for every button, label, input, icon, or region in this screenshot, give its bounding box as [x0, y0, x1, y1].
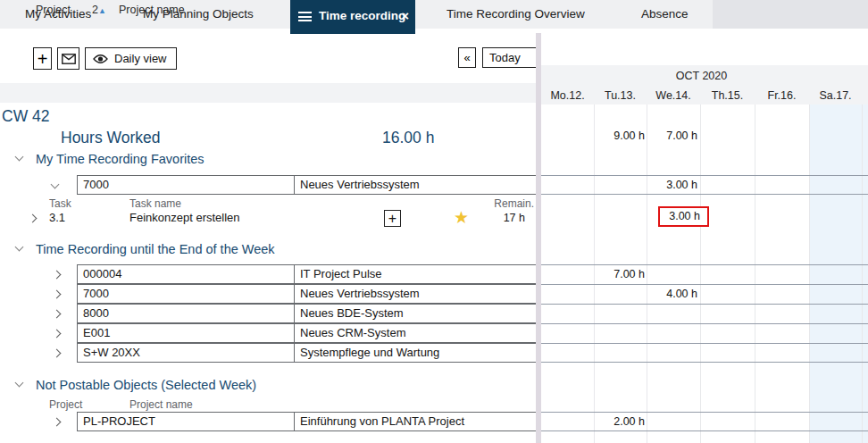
hamburger-menu-icon[interactable]	[298, 12, 312, 24]
day-header-we: We.14.	[647, 85, 700, 104]
row-line	[541, 323, 868, 324]
sort-order-number: 2	[92, 4, 98, 16]
task-name: Feinkonzept erstellen	[129, 208, 240, 228]
selected-time-cell[interactable]: 3.00 h	[658, 206, 709, 227]
project-id-cell[interactable]: PL-PROJECT	[77, 412, 295, 431]
project-name-cell[interactable]: Neues Vertriebssystem	[294, 284, 538, 304]
project-we-hours[interactable]: 4.00 h	[647, 284, 697, 304]
hours-worked-total: 16.00 h	[382, 129, 434, 147]
task-expand-icon[interactable]	[29, 215, 36, 222]
favorites-project-name-cell[interactable]: Neues Vertriebssystem	[294, 175, 538, 195]
project-name-cell[interactable]: Systempflege und Wartung	[294, 343, 538, 363]
project-tu-hours[interactable]: 2.00 h	[595, 412, 645, 431]
mail-icon	[62, 54, 76, 64]
grid-line	[700, 104, 701, 443]
project-column-label: Project	[49, 398, 82, 411]
row-line	[541, 430, 868, 431]
section-favorites-collapse-icon[interactable]	[16, 154, 22, 160]
project-id-cell[interactable]: S+W 20XX	[77, 343, 295, 363]
day-header-mo: Mo.12.	[541, 85, 594, 104]
tab-time-recording-active[interactable]: Time recording ×	[290, 0, 415, 34]
grid-line	[647, 104, 647, 443]
column-project-label: Project	[36, 0, 71, 20]
project-name-column-label: Project name	[129, 398, 193, 411]
weekend-column-saturday	[809, 104, 862, 443]
previous-period-button[interactable]: «	[458, 47, 476, 68]
project-name-cell[interactable]: Neues CRM-System	[294, 323, 538, 343]
row-line	[541, 362, 868, 363]
project-expand-icon[interactable]	[54, 311, 60, 317]
project-id-cell[interactable]: 000004	[77, 264, 295, 284]
project-tu-hours[interactable]: 7.00 h	[595, 264, 645, 284]
daily-view-button[interactable]: Daily view	[85, 47, 177, 70]
row-line	[541, 175, 868, 176]
row-line	[541, 264, 868, 265]
eye-icon	[93, 54, 108, 64]
day-header-sa: Sa.17.	[809, 85, 862, 104]
add-icon: +	[38, 51, 48, 67]
grid-line	[862, 104, 863, 443]
weekend-column-sunday-sliver	[863, 104, 868, 443]
task-remaining-hours: 17 h	[482, 208, 525, 228]
favorites-project-we-hours[interactable]: 3.00 h	[647, 175, 697, 195]
row-line	[541, 304, 868, 305]
project-name-cell[interactable]: Einführung von PLANTA Project	[294, 412, 538, 431]
section-not-postable-title: Not Postable Objects (Selected Week)	[36, 375, 256, 395]
project-id-cell[interactable]: 8000	[77, 304, 295, 323]
today-label: Today	[489, 51, 521, 64]
hours-worked-we: 7.00 h	[647, 126, 697, 146]
favorites-project-collapse-icon[interactable]	[52, 181, 58, 188]
grid-line	[809, 104, 810, 443]
project-expand-icon[interactable]	[54, 272, 60, 278]
favorite-star-icon[interactable]: ★	[454, 208, 473, 228]
project-expand-icon[interactable]	[54, 330, 60, 337]
hours-worked-label: Hours Worked	[61, 129, 161, 147]
add-icon: +	[388, 211, 396, 227]
tab-absence[interactable]: Absence	[641, 0, 689, 29]
sort-ascending-icon: ▲	[98, 6, 106, 15]
add-button[interactable]: +	[33, 47, 52, 70]
section-favorites-title: My Time Recording Favorites	[36, 149, 204, 169]
row-line	[541, 343, 868, 344]
row-line	[541, 194, 868, 195]
section-week-collapse-icon[interactable]	[16, 244, 22, 250]
project-expand-icon[interactable]	[54, 419, 60, 425]
hours-worked-tu: 9.00 h	[595, 126, 645, 146]
add-booking-button[interactable]: +	[384, 210, 401, 227]
task-id: 3.1	[49, 208, 65, 228]
row-line	[541, 412, 868, 413]
day-header-th: Th.15.	[700, 85, 755, 104]
day-header-fr: Fr.16.	[755, 85, 809, 104]
project-expand-icon[interactable]	[54, 350, 60, 356]
project-id-cell[interactable]: E001	[77, 323, 295, 343]
sort-indicator[interactable]: 2▲	[92, 0, 106, 20]
mail-button[interactable]	[57, 47, 79, 70]
pane-divider[interactable]	[536, 33, 541, 443]
day-header-tu: Tu.13.	[594, 85, 647, 104]
section-not-postable-collapse-icon[interactable]	[16, 380, 22, 386]
task-we-hours: 3.00 h	[660, 208, 707, 224]
calendar-month-label: OCT 2020	[541, 65, 862, 85]
project-id-cell[interactable]: 7000	[77, 284, 295, 304]
table-column-header	[0, 83, 537, 103]
calendar-week-label: CW 42	[2, 107, 49, 126]
favorites-project-id-cell[interactable]: 7000	[77, 175, 295, 195]
daily-view-label: Daily view	[114, 52, 167, 65]
previous-icon: «	[463, 51, 470, 64]
close-tab-icon[interactable]: ×	[401, 0, 409, 34]
tab-time-recording-overview[interactable]: Time Recording Overview	[447, 0, 585, 29]
grid-line	[755, 104, 755, 443]
project-name-cell[interactable]: Neues BDE-System	[294, 304, 538, 323]
row-line	[541, 284, 868, 285]
today-button[interactable]: Today	[482, 47, 537, 68]
section-week-title: Time Recording until the End of the Week	[36, 239, 275, 259]
active-tab-label: Time recording	[319, 0, 405, 34]
project-name-cell[interactable]: IT Project Pulse	[294, 264, 538, 284]
tab-bar-right-area	[713, 0, 868, 29]
column-project-name-label: Project name	[119, 0, 185, 20]
time-recording-window: My Activities My Planning Objects Time R…	[0, 0, 868, 443]
project-expand-icon[interactable]	[54, 291, 60, 297]
